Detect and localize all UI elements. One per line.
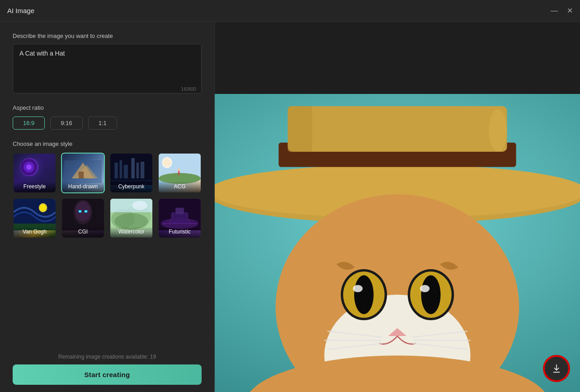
svg-rect-8 [114, 163, 118, 178]
titlebar: AI Image — ✕ [0, 0, 580, 22]
svg-point-57 [354, 275, 373, 314]
style-card-freestyle[interactable]: Freestyle [13, 153, 57, 193]
svg-point-62 [420, 285, 430, 292]
svg-point-58 [353, 285, 363, 292]
window-title: AI Image [7, 7, 34, 14]
svg-point-61 [421, 275, 441, 314]
svg-rect-13 [141, 162, 144, 178]
svg-point-23 [40, 205, 46, 211]
style-card-cyberpunk[interactable]: Cyberpunk [109, 153, 153, 193]
svg-rect-41 [175, 208, 184, 214]
right-panel [215, 22, 580, 392]
char-count: 16/800 [181, 86, 196, 92]
svg-point-30 [79, 211, 81, 212]
download-button[interactable] [544, 356, 569, 381]
svg-point-20 [178, 168, 180, 171]
close-button[interactable]: ✕ [567, 7, 573, 14]
style-grid: Freestyle Hand-drawn [13, 153, 202, 238]
prompt-textarea[interactable]: A Cat with a Hat [13, 44, 202, 93]
style-label-watercolor: Watercolor [110, 227, 152, 238]
svg-rect-19 [178, 171, 180, 175]
style-card-vangogh[interactable]: Van Gogh [13, 198, 57, 238]
svg-point-27 [75, 201, 90, 221]
download-icon [552, 364, 561, 373]
style-label-futuristic: Futuristic [159, 227, 201, 238]
style-card-futuristic[interactable]: Futuristic [158, 198, 202, 238]
style-label-acg: ACG [159, 182, 201, 192]
style-card-handdrawn[interactable]: Hand-drawn [61, 153, 105, 193]
svg-point-18 [163, 159, 171, 167]
aspect-ratio-row: 16:9 9:16 1:1 [13, 117, 202, 130]
aspect-ratio-label: Aspect ratio [13, 104, 202, 111]
svg-rect-6 [79, 172, 84, 178]
ratio-16-9[interactable]: 16:9 [13, 117, 45, 130]
style-label-handdrawn: Hand-drawn [62, 182, 104, 192]
prompt-label: Describe the image you want to create [13, 33, 202, 39]
style-card-watercolor[interactable]: Watercolor [109, 198, 153, 238]
cat-image [215, 94, 580, 392]
window-controls: — ✕ [551, 7, 573, 14]
svg-point-52 [489, 109, 507, 152]
svg-rect-51 [288, 106, 312, 152]
svg-rect-10 [124, 165, 128, 178]
left-panel: Describe the image you want to create A … [0, 22, 215, 392]
style-label-cgi: CGI [62, 227, 104, 238]
svg-point-2 [26, 164, 32, 170]
style-label-cyberpunk: Cyberpunk [110, 182, 152, 192]
start-creating-button[interactable]: Start creating [13, 364, 202, 385]
style-card-cgi[interactable]: CGI [61, 198, 105, 238]
svg-rect-50 [288, 106, 507, 152]
style-label: Choose an image style [13, 140, 202, 147]
ratio-9-16[interactable]: 9:16 [50, 117, 82, 130]
svg-point-37 [132, 201, 147, 210]
svg-rect-9 [119, 160, 122, 178]
textarea-wrapper: A Cat with a Hat 16/800 [13, 44, 202, 95]
style-card-acg[interactable]: ACG [158, 153, 202, 193]
minimize-button[interactable]: — [551, 7, 558, 14]
svg-rect-11 [132, 158, 135, 178]
style-label-vangogh: Van Gogh [14, 227, 56, 238]
top-spacer [215, 22, 580, 94]
bottom-section: Remaining image creations available: 19 … [13, 346, 202, 385]
svg-point-31 [85, 211, 87, 212]
remaining-text: Remaining image creations available: 19 [13, 354, 202, 360]
main-layout: Describe the image you want to create A … [0, 22, 580, 392]
download-button-wrapper [544, 356, 569, 381]
ratio-1-1[interactable]: 1:1 [88, 117, 117, 130]
svg-rect-12 [137, 163, 139, 178]
image-display [215, 22, 580, 392]
style-label-freestyle: Freestyle [14, 182, 56, 192]
